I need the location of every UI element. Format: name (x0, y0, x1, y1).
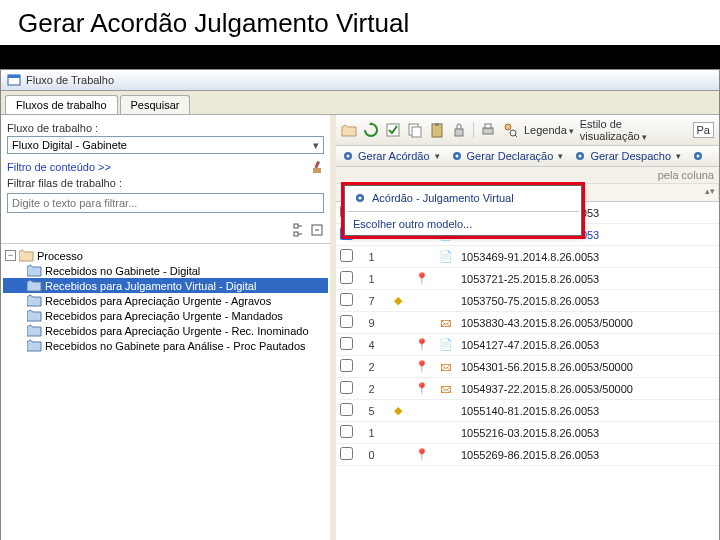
main-area: Fluxo de trabalho : Fluxo Digital - Gabi… (1, 115, 719, 540)
menu-item-acordao-virtual[interactable]: Acórdão - Julgamento Virtual (345, 186, 581, 210)
pa-box[interactable]: Pa (693, 122, 714, 138)
document-icon: 📄 (439, 250, 453, 262)
svg-rect-3 (313, 168, 321, 173)
row-process-number: 1055216-03.2015.8.26.0053 (458, 427, 719, 439)
pin-red-icon: 📍 (415, 448, 429, 460)
row-process-number: 1054127-47.2015.8.26.0053 (458, 339, 719, 351)
gear-icon[interactable] (691, 149, 705, 163)
row-checkbox[interactable] (340, 315, 353, 328)
table-row[interactable]: 9🖂1053830-43.2015.8.26.0053/50000 (336, 312, 719, 334)
svg-rect-5 (294, 232, 298, 236)
tree-item[interactable]: Recebidos no Gabinete para Análise - Pro… (3, 338, 328, 353)
window-title-bar: Fluxo de Trabalho (1, 70, 719, 91)
svg-line-20 (515, 135, 517, 137)
filtro-conteudo-link[interactable]: Filtro de conteúdo >> (7, 161, 111, 173)
table-row[interactable]: 2📍🖂1054301-56.2015.8.26.0053/50000 (336, 356, 719, 378)
pin-red-icon: 📍 (415, 360, 429, 372)
grid-body: ........320-53.2015.8.26.00531◆📄1053265-… (336, 202, 719, 466)
grid-group-text: pela coluna (658, 169, 714, 181)
row-checkbox[interactable] (340, 293, 353, 306)
row-checkbox[interactable] (340, 447, 353, 460)
menu-item-label: Acórdão - Julgamento Virtual (372, 192, 514, 204)
estilo-dropdown[interactable]: Estilo de visualização (580, 118, 687, 142)
app-window: Fluxo de Trabalho Fluxos de trabalho Pes… (0, 69, 720, 540)
folder-open-icon (19, 249, 34, 262)
gerar-declaracao-action[interactable]: Gerar Declaração (450, 149, 564, 163)
folder-icon (27, 324, 42, 337)
refresh-icon[interactable] (363, 122, 379, 138)
row-checkbox[interactable] (340, 381, 353, 394)
brush-icon[interactable] (310, 160, 324, 174)
divider-bar (0, 45, 720, 69)
tab-fluxos[interactable]: Fluxos de trabalho (5, 95, 118, 114)
folder-open-icon[interactable] (341, 122, 357, 138)
table-row[interactable]: 7◆1053750-75.2015.8.26.0053 (336, 290, 719, 312)
svg-rect-2 (314, 161, 320, 169)
legenda-dropdown[interactable]: Legenda (524, 124, 574, 136)
row-checkbox[interactable] (340, 271, 353, 284)
gerar-despacho-action[interactable]: Gerar Despacho (573, 149, 681, 163)
stamp-icon: 🖂 (440, 383, 451, 395)
row-count: 4 (358, 339, 386, 351)
svg-point-24 (455, 155, 458, 158)
table-row[interactable]: 11055216-03.2015.8.26.0053 (336, 422, 719, 444)
check-list-icon[interactable] (385, 122, 401, 138)
row-process-number: 1055269-86.2015.8.26.0053 (458, 449, 719, 461)
row-checkbox[interactable] (340, 359, 353, 372)
menu-item-label: Escolher outro modelo... (353, 218, 472, 230)
fluxo-label: Fluxo de trabalho : (7, 122, 324, 134)
left-pane: Fluxo de trabalho : Fluxo Digital - Gabi… (1, 115, 336, 540)
folder-icon (27, 279, 42, 292)
table-row[interactable]: 4📍📄1054127-47.2015.8.26.0053 (336, 334, 719, 356)
table-row[interactable]: 1📄1053469-91.2014.8.26.0053 (336, 246, 719, 268)
fluxo-select[interactable]: Fluxo Digital - Gabinete (7, 136, 324, 154)
row-count: 9 (358, 317, 386, 329)
tree-expand-icon[interactable] (310, 223, 324, 237)
folder-icon (27, 339, 42, 352)
tree-item[interactable]: Recebidos para Apreciação Urgente - Rec.… (3, 323, 328, 338)
gerar-acordao-label: Gerar Acórdão (358, 150, 430, 162)
gerar-acordao-action[interactable]: Gerar Acórdão (341, 149, 440, 163)
tree-root-label: Processo (37, 250, 83, 262)
tree-item[interactable]: Recebidos no Gabinete - Digital (3, 263, 328, 278)
tree-item[interactable]: Recebidos para Apreciação Urgente - Agra… (3, 293, 328, 308)
row-checkbox[interactable] (340, 337, 353, 350)
tree-item-label: Recebidos para Apreciação Urgente - Rec.… (45, 325, 309, 337)
print-icon[interactable] (480, 122, 496, 138)
svg-rect-14 (435, 123, 439, 126)
search-user-icon[interactable] (502, 122, 518, 138)
tab-pesquisar[interactable]: Pesquisar (120, 95, 191, 114)
row-process-number: 1055140-81.2015.8.26.0053 (458, 405, 719, 417)
right-pane: Legenda Estilo de visualização Pa Gerar … (336, 115, 719, 540)
row-checkbox[interactable] (340, 403, 353, 416)
collapse-toggle-icon[interactable]: − (5, 250, 16, 261)
row-process-number: 1053721-25.2015.8.26.0053 (458, 273, 719, 285)
row-checkbox[interactable] (340, 249, 353, 262)
page-heading: Gerar Acordão Julgamento Virtual (0, 0, 720, 45)
paste-icon[interactable] (429, 122, 445, 138)
menu-item-escolher[interactable]: Escolher outro modelo... (345, 213, 581, 235)
tree-item-label: Recebidos no Gabinete para Análise - Pro… (45, 340, 306, 352)
copy-icon[interactable] (407, 122, 423, 138)
folder-icon (27, 309, 42, 322)
table-row[interactable]: 2📍🖂1054937-22.2015.8.26.0053/50000 (336, 378, 719, 400)
row-count: 1 (358, 273, 386, 285)
tree-item[interactable]: Recebidos para Julgamento Virtual - Digi… (3, 278, 328, 293)
stamp-icon: 🖂 (440, 317, 451, 329)
gear-icon (573, 149, 587, 163)
row-count: 1 (358, 427, 386, 439)
tree-collapse-icon[interactable] (292, 223, 306, 237)
tree-item-label: Recebidos para Apreciação Urgente - Agra… (45, 295, 271, 307)
tab-bar: Fluxos de trabalho Pesquisar (1, 91, 719, 115)
svg-rect-16 (483, 128, 493, 134)
table-row[interactable]: 5◆1055140-81.2015.8.26.0053 (336, 400, 719, 422)
tree-root[interactable]: − Processo (3, 248, 328, 263)
row-count: 7 (358, 295, 386, 307)
filter-input[interactable] (7, 193, 324, 213)
tree-item[interactable]: Recebidos para Apreciação Urgente - Mand… (3, 308, 328, 323)
lock-icon[interactable] (451, 122, 467, 138)
row-checkbox[interactable] (340, 425, 353, 438)
document-icon: 📄 (439, 338, 453, 350)
table-row[interactable]: 0📍1055269-86.2015.8.26.0053 (336, 444, 719, 466)
table-row[interactable]: 1📍1053721-25.2015.8.26.0053 (336, 268, 719, 290)
